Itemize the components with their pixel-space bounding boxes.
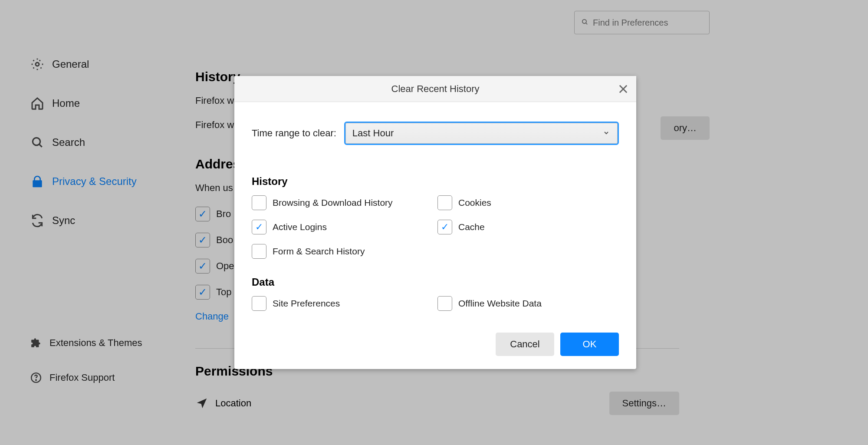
checkbox-row-site-prefs[interactable]: Site Preferences: [252, 296, 433, 311]
time-range-label: Time range to clear:: [252, 128, 336, 139]
checkbox-icon[interactable]: ✓: [252, 220, 266, 234]
select-value: Last Hour: [352, 128, 394, 139]
close-icon[interactable]: [617, 83, 629, 95]
checkbox-row-cache[interactable]: ✓ Cache: [437, 220, 619, 234]
cancel-button[interactable]: Cancel: [496, 333, 554, 356]
checkbox-label: Form & Search History: [273, 246, 365, 257]
checkbox-icon[interactable]: [437, 296, 452, 311]
chevron-down-icon: [603, 128, 610, 139]
checkbox-icon[interactable]: [252, 296, 266, 311]
checkbox-row-offline-data[interactable]: Offline Website Data: [437, 296, 619, 311]
checkbox-label: Cookies: [458, 198, 491, 208]
checkbox-row-browsing-history[interactable]: Browsing & Download History: [252, 195, 433, 210]
checkbox-row-active-logins[interactable]: ✓ Active Logins: [252, 220, 433, 234]
history-group-title: History: [252, 175, 619, 188]
checkbox-row-form-search[interactable]: Form & Search History: [252, 244, 433, 259]
checkbox-icon[interactable]: [437, 195, 452, 210]
checkbox-icon[interactable]: [252, 244, 266, 259]
checkbox-label: Cache: [458, 222, 485, 232]
checkbox-icon[interactable]: [252, 195, 266, 210]
checkbox-label: Active Logins: [273, 222, 327, 232]
ok-button[interactable]: OK: [560, 333, 619, 356]
dialog-title: Clear Recent History: [391, 83, 480, 95]
checkbox-label: Site Preferences: [273, 298, 340, 309]
checkbox-icon[interactable]: ✓: [437, 220, 452, 234]
checkbox-label: Browsing & Download History: [273, 198, 393, 208]
data-group-title: Data: [252, 276, 619, 288]
checkbox-row-cookies[interactable]: Cookies: [437, 195, 619, 210]
time-range-select[interactable]: Last Hour: [344, 122, 619, 145]
dialog-header: Clear Recent History: [234, 76, 636, 102]
clear-history-dialog: Clear Recent History Time range to clear…: [234, 76, 636, 369]
checkbox-label: Offline Website Data: [458, 298, 542, 309]
